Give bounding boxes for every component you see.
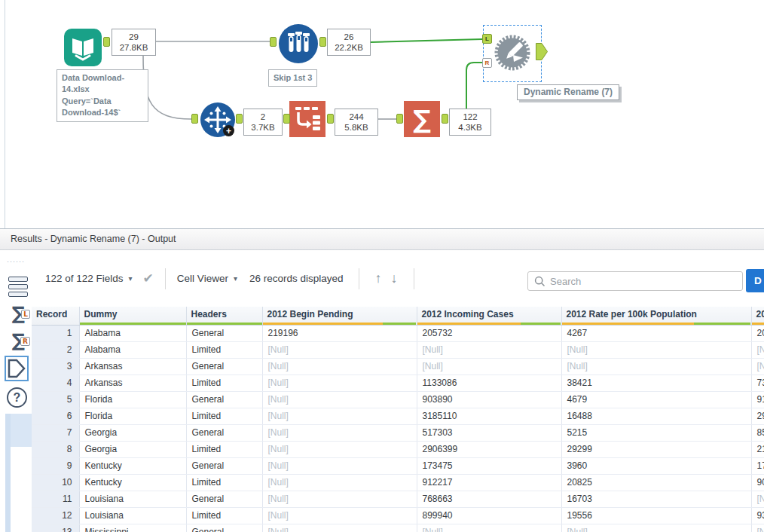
scroll-up-icon[interactable]: ↑ [375, 271, 382, 286]
cell[interactable]: [Null] [561, 341, 751, 358]
cell[interactable]: Florida [79, 391, 186, 408]
cell[interactable]: [Null] [417, 341, 561, 358]
fields-dropdown[interactable]: 122 of 122 Fields [45, 273, 124, 284]
drag-handle-icon[interactable]: ······ [7, 258, 25, 265]
scroll-down-icon[interactable]: ↓ [391, 271, 398, 286]
crosstab-output-anchor[interactable] [327, 114, 334, 124]
cell[interactable]: Limited [186, 408, 262, 424]
cell[interactable]: [Null] [417, 358, 561, 375]
chevron-down-icon[interactable]: ▾ [234, 274, 237, 283]
workflow-canvas[interactable]: 29 27.8KB Data Download- 14.xlsx Query=`… [0, 0, 764, 228]
cell[interactable]: 91 [751, 391, 764, 408]
sample-output-anchor[interactable] [319, 37, 326, 47]
cell[interactable]: Georgia [79, 424, 186, 441]
cell[interactable]: Alabama [79, 341, 186, 358]
cell[interactable]: [N [751, 491, 764, 507]
record-number[interactable]: 6 [32, 408, 79, 424]
record-number[interactable]: 1 [32, 325, 79, 341]
record-number[interactable]: 2 [32, 341, 79, 358]
cell[interactable]: [Null] [561, 524, 751, 532]
cell[interactable]: [Null] [262, 441, 417, 457]
record-number[interactable]: 13 [32, 524, 79, 532]
cell[interactable]: 1133086 [417, 375, 561, 391]
column-header[interactable]: Dummy [79, 307, 186, 325]
sample-tool[interactable] [279, 24, 318, 63]
column-header[interactable]: 2012 Begin Pending [262, 307, 417, 325]
cell[interactable]: [Null] [262, 408, 417, 424]
cell[interactable]: 5215 [561, 424, 751, 441]
right-input-anchor[interactable]: R [482, 58, 492, 68]
right-input-view-icon[interactable]: ∑ R [6, 330, 30, 353]
cell[interactable]: General [186, 457, 262, 474]
cell[interactable]: Limited [186, 474, 262, 491]
search-box[interactable] [527, 271, 743, 291]
column-header[interactable]: 20 [751, 307, 764, 325]
apply-check-icon[interactable]: ✔ [143, 271, 154, 286]
cell[interactable]: [Null] [262, 375, 417, 391]
cell[interactable]: 38421 [561, 375, 751, 391]
cell[interactable]: [Null] [262, 424, 417, 441]
cell[interactable]: 517303 [417, 424, 561, 441]
dynamic-rename-tool[interactable] [491, 32, 533, 77]
cell[interactable]: 205732 [417, 325, 561, 341]
left-input-anchor[interactable]: L [482, 34, 492, 44]
cell[interactable]: 912217 [417, 474, 561, 491]
cell[interactable]: [Null] [262, 358, 417, 375]
cell[interactable]: 21 [751, 441, 764, 457]
cell[interactable]: Limited [186, 375, 262, 391]
table-row[interactable]: 8GeorgiaLimited[Null]29063992929921 [32, 441, 764, 457]
cell[interactable]: 90 [751, 474, 764, 491]
cell[interactable]: Louisiana [79, 507, 186, 524]
crosstab-input-anchor[interactable] [283, 114, 290, 124]
column-header[interactable]: 2012 Rate per 100k Population [561, 307, 751, 325]
cell[interactable]: Kentucky [79, 474, 186, 491]
search-input[interactable] [545, 276, 742, 287]
chevron-down-icon[interactable]: ▾ [129, 274, 133, 283]
cell[interactable]: [N [751, 341, 764, 358]
cell[interactable]: Kentucky [79, 457, 186, 474]
table-row[interactable]: 9KentuckyGeneral[Null]173475396017 [32, 457, 764, 474]
cell[interactable]: 899940 [417, 507, 561, 524]
cross-tab-tool[interactable] [289, 101, 325, 137]
record-number[interactable]: 5 [32, 391, 79, 408]
cell[interactable]: Limited [186, 441, 262, 457]
cell[interactable]: [Null] [262, 507, 417, 524]
record-number[interactable]: 11 [32, 491, 79, 507]
cell[interactable]: Louisiana [79, 491, 186, 507]
record-number[interactable]: 3 [32, 358, 79, 375]
summarize-input-anchor[interactable] [396, 114, 403, 124]
table-row[interactable]: 3ArkansasGeneral[Null][Null][Null][N [32, 358, 764, 375]
left-input-view-icon[interactable]: ∑ L [6, 303, 30, 326]
cell[interactable]: 903890 [417, 391, 561, 408]
cell[interactable]: [Null] [262, 341, 417, 358]
arrange-output-anchor[interactable] [236, 114, 243, 124]
cell[interactable]: General [186, 391, 262, 408]
record-number[interactable]: 4 [32, 375, 79, 391]
cell-viewer-dropdown[interactable]: Cell Viewer [177, 273, 228, 284]
input-annotation[interactable]: Data Download- 14.xlsx Query=`Data Downl… [57, 69, 148, 122]
cell[interactable]: 3185110 [417, 408, 561, 424]
output-view-icon-selected[interactable] [5, 356, 29, 381]
cell[interactable]: 85 [751, 424, 764, 441]
cell[interactable]: 219196 [262, 325, 417, 341]
table-row[interactable]: 6FloridaLimited[Null]31851101648829 [32, 408, 764, 424]
table-row[interactable]: 13MississippiGeneral[Null][Null][Null][N [32, 524, 764, 532]
cell[interactable]: General [186, 358, 262, 375]
table-row[interactable]: 11LouisianaGeneral[Null]76866316703[N [32, 491, 764, 507]
cell[interactable]: 173475 [417, 457, 561, 474]
cell[interactable]: General [186, 491, 262, 507]
cell[interactable]: 3960 [561, 457, 751, 474]
cell[interactable]: [Null] [262, 491, 417, 507]
cell[interactable]: [Null] [262, 524, 417, 532]
cell[interactable]: [Null] [561, 358, 751, 375]
cell[interactable]: Georgia [79, 441, 186, 457]
output-anchor-pentagon[interactable] [536, 43, 548, 60]
record-number[interactable]: 7 [32, 424, 79, 441]
cell[interactable]: General [186, 524, 262, 532]
cell[interactable]: 29 [751, 408, 764, 424]
cell[interactable]: 16703 [561, 491, 751, 507]
summarize-tool[interactable]: ∑ [404, 101, 440, 137]
table-row[interactable]: 7GeorgiaGeneral[Null]517303521585 [32, 424, 764, 441]
cell[interactable]: [Null] [262, 474, 417, 491]
table-row[interactable]: 4ArkansasLimited[Null]11330863842173 [32, 375, 764, 391]
